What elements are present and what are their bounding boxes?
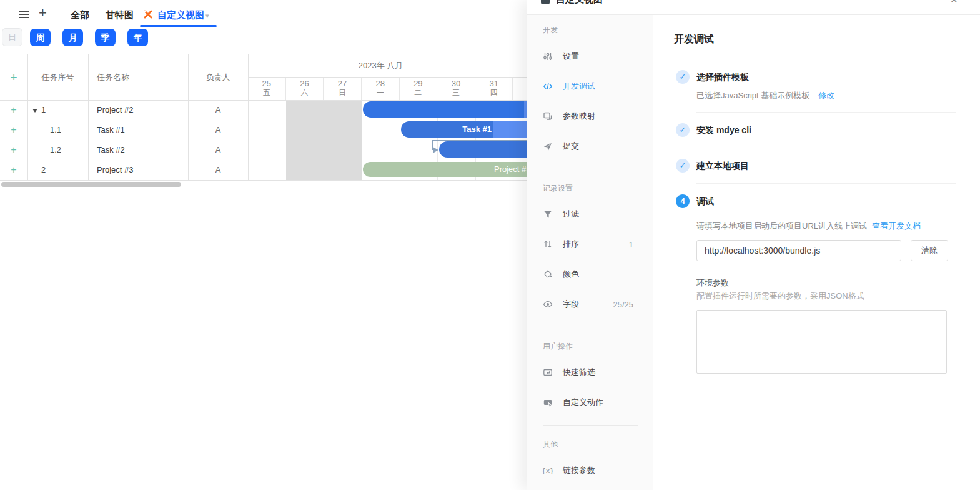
- owner-cell[interactable]: A: [188, 160, 248, 180]
- sidebar-item-sliders[interactable]: 设置: [543, 41, 633, 71]
- day-date-label: 28: [362, 79, 399, 88]
- send-icon: [543, 141, 553, 151]
- sidebar-item-label: 自定义动作: [563, 397, 603, 408]
- add-subtask-icon[interactable]: +: [0, 120, 27, 140]
- panel-main: 开发调试 ✓ 选择插件模板 已选择JavaScript 基础示例模板修改: [653, 15, 980, 490]
- task-number-cell[interactable]: 2: [41, 160, 46, 180]
- add-view-icon[interactable]: +: [39, 5, 47, 21]
- sidebar-section-title: 开发: [543, 24, 653, 36]
- env-params-description: 配置插件运行时所需要的参数，采用JSON格式: [696, 290, 956, 302]
- doc-link[interactable]: 查看开发文档: [872, 221, 921, 231]
- dependency-arrow-icon: [433, 147, 438, 153]
- eye-icon: [543, 299, 553, 309]
- sidebar-item-label: 链接参数: [563, 465, 595, 476]
- sidebar-item-filter[interactable]: 过滤: [543, 199, 633, 229]
- chevron-down-icon[interactable]: ▾: [205, 12, 209, 20]
- add-record-column-button[interactable]: +: [0, 54, 27, 100]
- step-create-project: ✓ 建立本地项目: [676, 159, 980, 194]
- sidebar-item-custom-action[interactable]: 自定义动作: [543, 388, 633, 418]
- task-number-cell[interactable]: 1.1: [50, 120, 61, 140]
- sidebar-item-sort[interactable]: 排序1: [543, 229, 633, 259]
- sidebar-item-braces[interactable]: {x}链接参数: [543, 456, 633, 486]
- column-header-task-name: 任务名称: [97, 54, 129, 100]
- custom-view-panel: 自定义视图 ✕ 开发设置开发调试参数映射提交记录设置过滤排序1颜色字段25/25…: [527, 0, 980, 490]
- step-wizard: ✓ 选择插件模板 已选择JavaScript 基础示例模板修改: [676, 70, 980, 376]
- day-header-cell: 27日: [324, 78, 362, 100]
- step-label: 建立本地项目: [696, 158, 956, 173]
- selected-template-text: 已选择JavaScript 基础示例模板: [696, 91, 809, 100]
- task-name-cell[interactable]: Project #3: [97, 160, 134, 180]
- page-title: 开发调试: [674, 32, 980, 46]
- sidebar-item-mapping[interactable]: 参数映射: [543, 101, 633, 131]
- filter-icon: [543, 209, 553, 219]
- menu-icon[interactable]: [19, 11, 29, 18]
- step-select-template: ✓ 选择插件模板 已选择JavaScript 基础示例模板修改: [676, 70, 980, 123]
- day-header-cell: 26六: [286, 78, 324, 100]
- bar-label: Project #3: [494, 162, 527, 177]
- sidebar-item-badge: 25/25: [613, 300, 633, 309]
- gantt-bar-task-1[interactable]: Task #1: [401, 121, 527, 138]
- task-number-cell[interactable]: 1.2: [50, 140, 61, 160]
- modify-link[interactable]: 修改: [818, 91, 834, 100]
- quick-filter-icon: [543, 368, 553, 378]
- task-name-cell[interactable]: Task #1: [97, 120, 125, 140]
- add-subtask-icon[interactable]: +: [0, 160, 27, 180]
- sidebar-item-code[interactable]: 开发调试: [543, 71, 633, 101]
- tab-gantt[interactable]: 甘特图: [106, 9, 134, 21]
- sidebar-item-quick-filter[interactable]: 快速筛选: [543, 358, 633, 388]
- sidebar-item-eye[interactable]: 字段25/25: [543, 289, 633, 319]
- sidebar-item-label: 排序: [563, 239, 579, 250]
- clear-button[interactable]: 清除: [911, 240, 948, 261]
- task-name-cell[interactable]: Task #2: [97, 140, 125, 160]
- day-date-label: 29: [400, 79, 437, 88]
- dependency-line-horizontal: [432, 140, 527, 141]
- owner-cell[interactable]: A: [188, 120, 248, 140]
- scale-day-button[interactable]: 日: [2, 28, 22, 46]
- day-weekday-label: 三: [437, 88, 475, 98]
- step-install-cli: ✓ 安装 mdye cli: [676, 123, 980, 159]
- env-params-textarea[interactable]: [696, 310, 947, 374]
- bar-label: Task #1: [401, 121, 492, 138]
- sidebar-item-label: 参数映射: [563, 111, 595, 122]
- panel-header: 自定义视图 ✕: [527, 0, 980, 15]
- day-date-label: 31: [475, 79, 513, 88]
- bundle-url-input[interactable]: [696, 240, 901, 261]
- scale-quarter-button[interactable]: 季: [95, 29, 116, 46]
- mapping-icon: [543, 111, 553, 121]
- gantt-bar-task-2[interactable]: [439, 141, 527, 158]
- bar-progress-segment: [493, 121, 527, 138]
- collapse-triangle-icon[interactable]: [32, 109, 37, 112]
- gantt-bar-project-2[interactable]: [363, 101, 527, 118]
- sidebar-item-badge: 1: [629, 240, 633, 249]
- owner-cell[interactable]: A: [188, 100, 248, 120]
- task-number-cell[interactable]: 1: [32, 100, 46, 120]
- add-subtask-icon[interactable]: +: [0, 140, 27, 160]
- env-params-title: 环境参数: [696, 278, 956, 289]
- task-name-cell[interactable]: Project #2: [97, 100, 134, 120]
- horizontal-scrollbar[interactable]: [1, 182, 181, 187]
- day-weekday-label: 六: [286, 88, 324, 98]
- step-label: 选择插件模板: [696, 69, 956, 84]
- tab-custom-view[interactable]: 自定义视图: [157, 9, 204, 21]
- sidebar-item-label: 提交: [563, 141, 579, 152]
- scale-week-button[interactable]: 周: [30, 29, 51, 46]
- step-debug: 4 调试 请填写本地项目启动后的项目URL进入线上调试查看开发文档 清除 环境参…: [676, 194, 980, 376]
- sidebar-divider: [543, 169, 638, 169]
- sidebar-item-color[interactable]: 颜色: [543, 259, 633, 289]
- rows-bottom-line: [0, 180, 527, 181]
- sidebar-item-label: 颜色: [563, 269, 579, 280]
- tab-all[interactable]: 全部: [71, 9, 89, 21]
- scale-month-button[interactable]: 月: [62, 29, 83, 46]
- sidebar-section-title: 其他: [543, 438, 653, 451]
- custom-action-icon: [543, 398, 553, 408]
- gantt-bar-project-3[interactable]: Project #3: [363, 162, 527, 177]
- owner-cell[interactable]: A: [188, 140, 248, 160]
- column-header-task-number: 任务序号: [27, 54, 88, 100]
- day-weekday-label: 四: [475, 88, 513, 98]
- close-icon[interactable]: ✕: [950, 0, 958, 6]
- day-weekday-label: 五: [248, 88, 285, 98]
- sidebar-item-send[interactable]: 提交: [543, 131, 633, 161]
- day-weekday-label: 一: [362, 88, 399, 98]
- add-subtask-icon[interactable]: +: [0, 100, 27, 120]
- scale-year-button[interactable]: 年: [127, 29, 148, 46]
